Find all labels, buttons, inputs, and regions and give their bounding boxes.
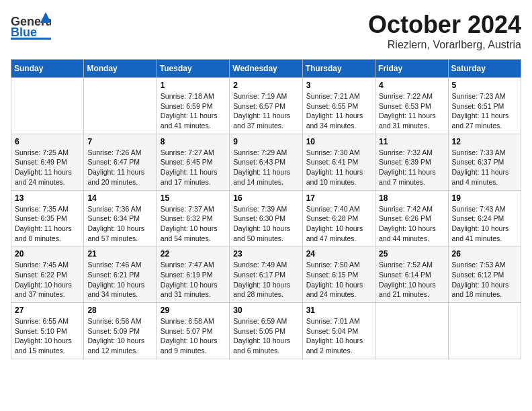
day-info: Sunrise: 7:18 AMSunset: 6:59 PMDaylight:… bbox=[161, 91, 226, 131]
calendar-cell: 28Sunrise: 6:56 AMSunset: 5:09 PMDayligh… bbox=[84, 303, 157, 359]
calendar-cell: 2Sunrise: 7:19 AMSunset: 6:57 PMDaylight… bbox=[230, 78, 302, 134]
day-info: Sunrise: 7:47 AMSunset: 6:19 PMDaylight:… bbox=[161, 260, 226, 300]
day-number: 6 bbox=[15, 137, 80, 146]
header-wednesday: Wednesday bbox=[230, 60, 302, 78]
day-number: 3 bbox=[306, 81, 371, 90]
day-info: Sunrise: 7:46 AMSunset: 6:21 PMDaylight:… bbox=[87, 260, 152, 300]
calendar-week-row: 27Sunrise: 6:55 AMSunset: 5:10 PMDayligh… bbox=[11, 303, 521, 359]
day-info: Sunrise: 6:56 AMSunset: 5:09 PMDaylight:… bbox=[87, 316, 152, 356]
calendar-cell: 1Sunrise: 7:18 AMSunset: 6:59 PMDaylight… bbox=[157, 78, 229, 134]
day-info: Sunrise: 7:35 AMSunset: 6:35 PMDaylight:… bbox=[15, 204, 80, 244]
calendar-cell: 6Sunrise: 7:25 AMSunset: 6:49 PMDaylight… bbox=[11, 134, 84, 190]
calendar-cell: 30Sunrise: 6:59 AMSunset: 5:05 PMDayligh… bbox=[230, 303, 302, 359]
day-number: 23 bbox=[233, 249, 298, 259]
day-info: Sunrise: 7:42 AMSunset: 6:26 PMDaylight:… bbox=[379, 204, 444, 244]
calendar-week-row: 1Sunrise: 7:18 AMSunset: 6:59 PMDaylight… bbox=[11, 78, 521, 134]
calendar-cell bbox=[448, 303, 521, 359]
day-number: 25 bbox=[379, 249, 444, 259]
svg-text:Blue: Blue bbox=[11, 26, 37, 39]
day-number: 10 bbox=[306, 137, 371, 146]
calendar-week-row: 6Sunrise: 7:25 AMSunset: 6:49 PMDaylight… bbox=[11, 134, 521, 190]
day-number: 22 bbox=[161, 249, 226, 259]
day-number: 8 bbox=[161, 137, 226, 146]
calendar-cell: 17Sunrise: 7:40 AMSunset: 6:28 PMDayligh… bbox=[302, 190, 375, 246]
day-info: Sunrise: 7:26 AMSunset: 6:47 PMDaylight:… bbox=[87, 148, 152, 187]
day-number: 2 bbox=[233, 81, 298, 90]
day-info: Sunrise: 7:22 AMSunset: 6:53 PMDaylight:… bbox=[379, 91, 444, 131]
day-number: 21 bbox=[87, 249, 152, 259]
day-number: 24 bbox=[306, 249, 371, 259]
calendar-cell: 27Sunrise: 6:55 AMSunset: 5:10 PMDayligh… bbox=[11, 303, 84, 359]
calendar-cell: 7Sunrise: 7:26 AMSunset: 6:47 PMDaylight… bbox=[84, 134, 157, 190]
day-info: Sunrise: 7:19 AMSunset: 6:57 PMDaylight:… bbox=[233, 91, 298, 131]
day-info: Sunrise: 7:39 AMSunset: 6:30 PMDaylight:… bbox=[233, 204, 298, 244]
calendar-cell: 14Sunrise: 7:36 AMSunset: 6:34 PMDayligh… bbox=[84, 190, 157, 246]
calendar-cell: 23Sunrise: 7:49 AMSunset: 6:17 PMDayligh… bbox=[230, 246, 302, 303]
day-info: Sunrise: 7:49 AMSunset: 6:17 PMDaylight:… bbox=[233, 260, 298, 300]
day-number: 11 bbox=[379, 137, 444, 146]
header-thursday: Thursday bbox=[302, 60, 375, 78]
day-info: Sunrise: 7:21 AMSunset: 6:55 PMDaylight:… bbox=[306, 91, 371, 131]
day-number: 31 bbox=[306, 306, 371, 315]
day-number: 14 bbox=[87, 193, 152, 203]
day-info: Sunrise: 7:01 AMSunset: 5:04 PMDaylight:… bbox=[306, 316, 371, 356]
calendar-table: Sunday Monday Tuesday Wednesday Thursday… bbox=[11, 59, 521, 359]
day-number: 5 bbox=[452, 81, 517, 90]
header-saturday: Saturday bbox=[448, 60, 521, 78]
calendar-cell: 13Sunrise: 7:35 AMSunset: 6:35 PMDayligh… bbox=[11, 190, 84, 246]
day-number: 20 bbox=[15, 249, 80, 259]
calendar-cell: 8Sunrise: 7:27 AMSunset: 6:45 PMDaylight… bbox=[157, 134, 229, 190]
logo: General Blue bbox=[11, 11, 51, 41]
calendar-cell: 12Sunrise: 7:33 AMSunset: 6:37 PMDayligh… bbox=[448, 134, 521, 190]
page-header: General Blue October 2024 Riezlern, Vora… bbox=[11, 11, 521, 51]
day-info: Sunrise: 7:45 AMSunset: 6:22 PMDaylight:… bbox=[15, 260, 80, 300]
day-number: 4 bbox=[379, 81, 444, 90]
calendar-cell: 21Sunrise: 7:46 AMSunset: 6:21 PMDayligh… bbox=[84, 246, 157, 303]
day-number: 27 bbox=[15, 306, 80, 315]
day-number: 19 bbox=[452, 193, 517, 203]
day-info: Sunrise: 7:27 AMSunset: 6:45 PMDaylight:… bbox=[161, 148, 226, 187]
calendar-cell: 5Sunrise: 7:23 AMSunset: 6:51 PMDaylight… bbox=[448, 78, 521, 134]
calendar-cell: 16Sunrise: 7:39 AMSunset: 6:30 PMDayligh… bbox=[230, 190, 302, 246]
month-title: October 2024 bbox=[368, 11, 521, 39]
calendar-week-row: 20Sunrise: 7:45 AMSunset: 6:22 PMDayligh… bbox=[11, 246, 521, 303]
calendar-cell: 31Sunrise: 7:01 AMSunset: 5:04 PMDayligh… bbox=[302, 303, 375, 359]
day-info: Sunrise: 6:58 AMSunset: 5:07 PMDaylight:… bbox=[161, 316, 226, 356]
day-info: Sunrise: 6:59 AMSunset: 5:05 PMDaylight:… bbox=[233, 316, 298, 356]
calendar-cell bbox=[11, 78, 84, 134]
day-info: Sunrise: 7:50 AMSunset: 6:15 PMDaylight:… bbox=[306, 260, 371, 300]
day-info: Sunrise: 7:53 AMSunset: 6:12 PMDaylight:… bbox=[452, 260, 517, 300]
day-number: 30 bbox=[233, 306, 298, 315]
calendar-cell: 11Sunrise: 7:32 AMSunset: 6:39 PMDayligh… bbox=[375, 134, 448, 190]
calendar-cell: 10Sunrise: 7:30 AMSunset: 6:41 PMDayligh… bbox=[302, 134, 375, 190]
title-area: October 2024 Riezlern, Vorarlberg, Austr… bbox=[368, 11, 521, 51]
calendar-cell: 22Sunrise: 7:47 AMSunset: 6:19 PMDayligh… bbox=[157, 246, 229, 303]
day-number: 12 bbox=[452, 137, 517, 146]
calendar-cell: 3Sunrise: 7:21 AMSunset: 6:55 PMDaylight… bbox=[302, 78, 375, 134]
day-number: 1 bbox=[161, 81, 226, 90]
day-number: 15 bbox=[161, 193, 226, 203]
calendar-cell: 9Sunrise: 7:29 AMSunset: 6:43 PMDaylight… bbox=[230, 134, 302, 190]
day-info: Sunrise: 7:29 AMSunset: 6:43 PMDaylight:… bbox=[233, 148, 298, 187]
logo-icon: General Blue bbox=[11, 11, 51, 41]
calendar-header-row: Sunday Monday Tuesday Wednesday Thursday… bbox=[11, 60, 521, 78]
calendar-cell: 15Sunrise: 7:37 AMSunset: 6:32 PMDayligh… bbox=[157, 190, 229, 246]
calendar-cell: 18Sunrise: 7:42 AMSunset: 6:26 PMDayligh… bbox=[375, 190, 448, 246]
day-number: 16 bbox=[233, 193, 298, 203]
calendar-cell: 4Sunrise: 7:22 AMSunset: 6:53 PMDaylight… bbox=[375, 78, 448, 134]
header-sunday: Sunday bbox=[11, 60, 84, 78]
calendar-week-row: 13Sunrise: 7:35 AMSunset: 6:35 PMDayligh… bbox=[11, 190, 521, 246]
day-number: 29 bbox=[161, 306, 226, 315]
day-number: 7 bbox=[87, 137, 152, 146]
location-subtitle: Riezlern, Vorarlberg, Austria bbox=[368, 39, 521, 51]
calendar-cell: 26Sunrise: 7:53 AMSunset: 6:12 PMDayligh… bbox=[448, 246, 521, 303]
calendar-cell: 19Sunrise: 7:43 AMSunset: 6:24 PMDayligh… bbox=[448, 190, 521, 246]
day-number: 17 bbox=[306, 193, 371, 203]
day-number: 9 bbox=[233, 137, 298, 146]
day-info: Sunrise: 7:25 AMSunset: 6:49 PMDaylight:… bbox=[15, 148, 80, 187]
day-info: Sunrise: 7:33 AMSunset: 6:37 PMDaylight:… bbox=[452, 148, 517, 187]
calendar-cell bbox=[84, 78, 157, 134]
day-info: Sunrise: 7:32 AMSunset: 6:39 PMDaylight:… bbox=[379, 148, 444, 187]
header-friday: Friday bbox=[375, 60, 448, 78]
day-number: 13 bbox=[15, 193, 80, 203]
